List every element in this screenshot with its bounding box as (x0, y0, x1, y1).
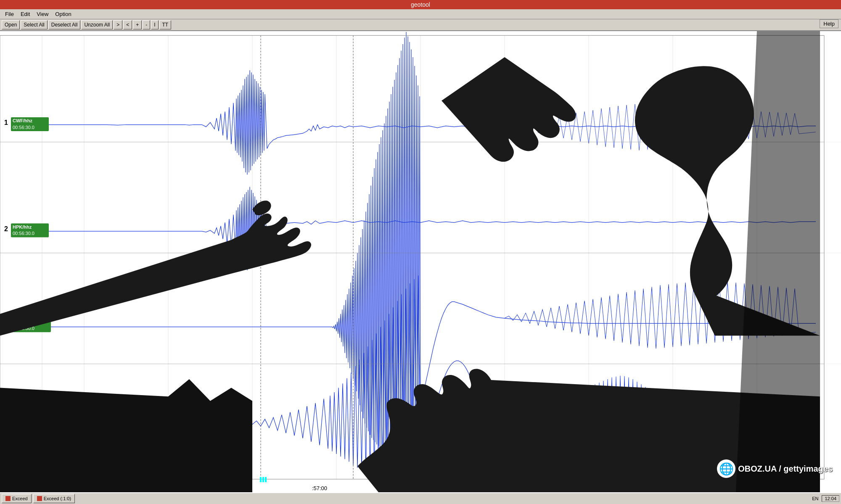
help-button[interactable]: Help (820, 19, 838, 28)
prev-button[interactable]: < (123, 20, 132, 29)
svg-text::20: :20 (467, 485, 475, 491)
exceed-1-label: Exceed (12, 496, 28, 501)
taskbar-language: EN (812, 496, 818, 501)
toolbar: Open Select All Deselect All Unzoom All … (0, 19, 841, 31)
open-button[interactable]: Open (2, 20, 20, 29)
svg-text:00:56:30.0: 00:56:30.0 (13, 326, 34, 331)
select-all-button[interactable]: Select All (21, 20, 47, 29)
watermark-text: OBOZ.UA / gettyimages (738, 464, 833, 474)
taskbar-clock: 12:04 (822, 495, 839, 502)
cursor-button[interactable]: I (151, 20, 158, 29)
svg-text:2: 2 (4, 225, 8, 232)
watermark: 🌐 OBOZ.UA / gettyimages (717, 459, 833, 478)
title-bar: geotool (0, 0, 841, 9)
watermark-logo: 🌐 (717, 459, 735, 478)
svg-text:00:56:30.0: 00:56:30.0 (13, 231, 34, 236)
menu-option[interactable]: Option (52, 10, 74, 18)
exceed-icon-2 (37, 496, 42, 501)
exceed-icon (5, 496, 11, 501)
exceed-2-label: Exceed (:1:0) (44, 496, 71, 501)
deselect-all-button[interactable]: Deselect All (48, 20, 81, 29)
menu-bar: File Edit View Option Help (0, 9, 841, 19)
taskbar-exceed-2[interactable]: Exceed (:1:0) (33, 494, 75, 503)
svg-rect-40 (260, 477, 262, 482)
main-area: :57:00 :20 Time (hr:min:sec) 1 2 3 4 CWF… (0, 31, 841, 492)
unzoom-all-button[interactable]: Unzoom All (81, 20, 113, 29)
zoom-out-button[interactable]: - (143, 20, 150, 29)
svg-text::57:00: :57:00 (312, 485, 327, 491)
app-title: geotool (411, 1, 430, 8)
svg-text:1: 1 (4, 118, 8, 126)
taskbar-right: EN 12:04 (812, 495, 839, 502)
svg-text:4: 4 (4, 416, 8, 424)
taskbar-exceed-1[interactable]: Exceed (2, 494, 32, 503)
svg-text:00:56:30.0: 00:56:30.0 (13, 421, 34, 426)
tt-button[interactable]: TT (159, 20, 172, 29)
menu-edit[interactable]: Edit (17, 10, 33, 18)
svg-rect-42 (265, 477, 267, 482)
taskbar: Exceed Exceed (:1:0) EN 12:04 (0, 492, 841, 504)
svg-text:CWF/hhz: CWF/hhz (13, 118, 32, 123)
svg-text:3: 3 (4, 320, 8, 328)
svg-text:HPK/hhz: HPK/hhz (13, 224, 32, 230)
svg-text:TFO1/hhz: TFO1/hhz (13, 415, 34, 420)
svg-text:00:56:30.0: 00:56:30.0 (13, 125, 34, 130)
menu-view[interactable]: View (33, 10, 52, 18)
svg-rect-41 (262, 477, 264, 482)
next-button[interactable]: > (114, 20, 122, 29)
menu-file[interactable]: File (2, 10, 17, 18)
globe-icon: 🌐 (719, 462, 734, 476)
svg-text:WLF1/hhz: WLF1/hhz (13, 319, 34, 324)
zoom-in-button[interactable]: + (133, 20, 142, 29)
